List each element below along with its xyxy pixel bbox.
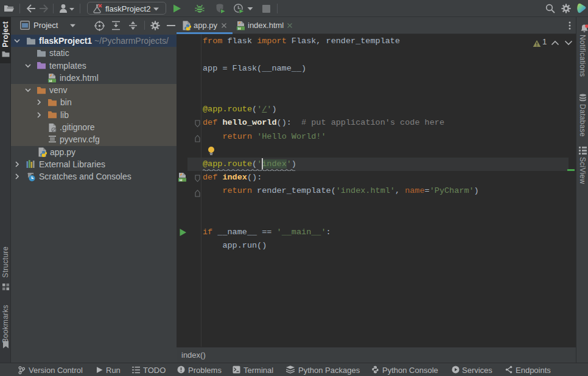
svg-text:H: H bbox=[180, 178, 182, 182]
svg-text:H: H bbox=[49, 79, 52, 83]
svg-text:H: H bbox=[238, 27, 240, 30]
